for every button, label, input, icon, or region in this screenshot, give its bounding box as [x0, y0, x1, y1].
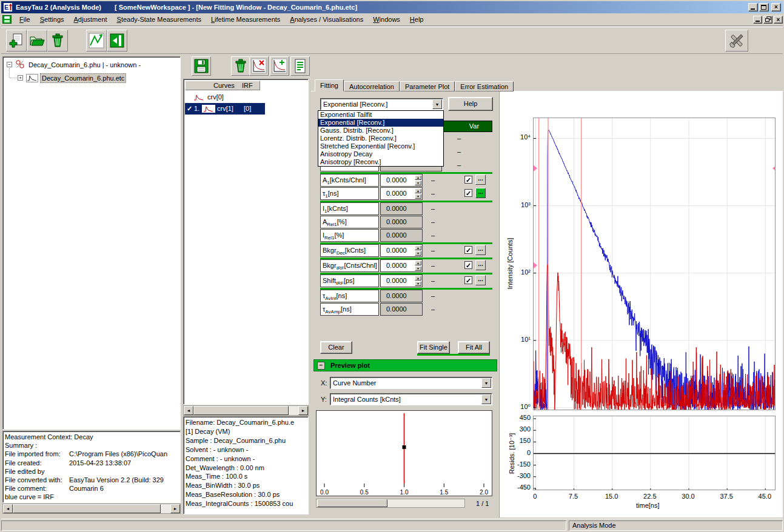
tree-connector [10, 78, 17, 78]
menu-steady-state-measurements[interactable]: Steady-State Measurements [112, 14, 206, 25]
workspace-tree[interactable]: − Decay_Coumarin_6.phu | - unknown - + D… [2, 56, 181, 430]
curve-row-crv[1][interactable]: ✓1.crv[1][0] [185, 103, 265, 115]
close-button[interactable]: × [771, 3, 781, 12]
cursor-handle[interactable] [772, 165, 776, 171]
minimize-button[interactable] [748, 3, 758, 12]
param-vary-checkbox[interactable]: ✓ [464, 246, 472, 254]
preview-y-label: Y: [321, 393, 327, 405]
preview-x-label: X: [321, 377, 327, 389]
menu-analyses-visualisations[interactable]: Analyses / Visualisations [285, 14, 368, 25]
model-option-4[interactable]: Stretched Exponential [Reconv.] [318, 142, 443, 150]
add-curve-button[interactable] [270, 56, 289, 76]
menu-file[interactable]: File [15, 14, 35, 25]
delete-curve-button[interactable] [231, 56, 250, 76]
tree-connector [9, 68, 10, 78]
curves-hscrollbar[interactable]: ◄ ► [183, 405, 309, 416]
maximize-button[interactable] [759, 3, 769, 12]
param-row: ShiftIRF[ps]0.0000▲▼–✓... [320, 274, 492, 288]
decay-plot[interactable] [533, 118, 776, 410]
tree-expand-toggle[interactable]: + [18, 75, 23, 81]
param-value-input[interactable]: 0.0000▲▼ [380, 174, 423, 187]
fit-all-button[interactable]: Fit All [458, 341, 490, 354]
delete-button[interactable] [47, 30, 68, 52]
param-vary-checkbox[interactable]: ✓ [464, 176, 472, 184]
report-button[interactable] [290, 56, 310, 76]
scroll-left-arrow[interactable]: ◄ [184, 406, 193, 415]
tab-autocorrelation[interactable]: Autocorrelation [344, 81, 400, 91]
fit-model-combobox[interactable]: Exponential [Reconv.] ▼ [320, 98, 443, 110]
scroll-thumb[interactable] [193, 406, 289, 415]
mdi-close-button[interactable]: × [774, 16, 783, 24]
preview-hscrollbar[interactable] [316, 499, 465, 508]
scroll-left-arrow[interactable]: ◄ [3, 504, 13, 513]
chevron-down-icon[interactable]: ▼ [481, 378, 491, 388]
param-vary-checkbox[interactable]: ✓ [464, 189, 472, 197]
model-option-3[interactable]: Lorentz. Distrib. [Reconv.] [318, 135, 443, 142]
model-option-1[interactable]: Exponential [Reconv.] [318, 119, 443, 127]
param-label: τAvInt[ns] [320, 290, 379, 302]
remove-curve-button[interactable] [249, 56, 269, 76]
menu-lifetime-measurements[interactable]: Lifetime Measurements [206, 14, 285, 25]
param-value-input[interactable]: 0.0000▲▼ [380, 259, 423, 272]
value-spinner[interactable]: ▲▼ [415, 276, 421, 286]
clear-button[interactable]: Clear [320, 341, 352, 354]
param-value-input[interactable]: 0.0000▲▼ [380, 274, 423, 287]
menu-help[interactable]: Help [405, 14, 429, 25]
scroll-thumb[interactable] [13, 504, 161, 513]
param-options-button[interactable]: ... [475, 175, 486, 185]
tree-root-label[interactable]: Decay_Coumarin_6.phu | - unknown - [27, 61, 142, 69]
param-label: BkgrIRF[Cnts/Chnl] [320, 259, 379, 272]
curve-row-crv[0][interactable]: crv[0] [185, 91, 306, 103]
value-spinner[interactable]: ▲▼ [415, 261, 421, 271]
param-link-dash: – [424, 259, 441, 272]
save-curve-button[interactable] [192, 56, 211, 76]
value-spinner[interactable]: ▲▼ [415, 175, 421, 185]
param-options-button[interactable]: ... [475, 245, 486, 255]
model-option-5[interactable]: Anisotropy Decay [318, 150, 443, 158]
chevron-down-icon[interactable]: ▼ [432, 99, 442, 109]
scroll-right-arrow[interactable]: ► [298, 406, 308, 415]
model-option-6[interactable]: Anisotropy [Reconv.] [318, 158, 443, 166]
param-value-input[interactable]: 0.0000▲▼ [380, 244, 423, 257]
mode-switch-button[interactable] [107, 30, 127, 52]
value-spinner[interactable]: ▲▼ [415, 245, 421, 256]
model-option-0[interactable]: Exponential Tailfit [318, 111, 443, 119]
tools-button[interactable] [725, 30, 748, 52]
mdi-minimize-button[interactable] [753, 16, 762, 24]
tree-child-label[interactable]: Decay_Coumarin_6.phu.etc [40, 73, 126, 83]
fit-model-dropdown-list[interactable]: Exponential TailfitExponential [Reconv.]… [318, 110, 444, 167]
tab-fitting[interactable]: Fitting [315, 79, 344, 91]
chevron-down-icon[interactable]: ▼ [481, 394, 491, 404]
preview-plot-title: Preview plot [330, 362, 370, 369]
tab-error-estimation[interactable]: Error Estimation [455, 81, 514, 91]
param-options-button[interactable]: ... [475, 260, 486, 270]
fit-single-button[interactable]: Fit Single [417, 341, 450, 354]
tab-parameter-plot[interactable]: Parameter Plot [400, 81, 455, 91]
preview-x-combobox[interactable]: Curve Number ▼ [330, 377, 492, 389]
menu-settings[interactable]: Settings [35, 14, 69, 25]
param-vary-checkbox[interactable]: ✓ [464, 276, 472, 284]
preview-y-combobox[interactable]: Integral Counts [kCnts] ▼ [330, 393, 492, 405]
preview-plot[interactable]: 0.00.51.01.52.0 [316, 410, 492, 496]
param-value-input[interactable]: 0.0000▲▼ [380, 187, 423, 200]
analysis-button[interactable] [86, 30, 107, 52]
menu-adjustment[interactable]: Adjustment [69, 14, 112, 25]
menu-windows[interactable]: Windows [368, 14, 405, 25]
scroll-right-arrow[interactable]: ► [170, 504, 180, 513]
context-info-line: blue curve = IRF [3, 493, 180, 501]
param-options-button[interactable]: ... [475, 275, 486, 285]
preview-data-marker[interactable] [403, 445, 406, 449]
value-spinner[interactable]: ▲▼ [415, 188, 421, 199]
mdi-child-icon[interactable] [2, 15, 12, 24]
new-workspace-button[interactable] [6, 30, 27, 52]
param-vary-checkbox[interactable]: ✓ [464, 261, 472, 269]
param-options-button[interactable]: ... [475, 188, 486, 198]
mdi-restore-button[interactable] [763, 16, 772, 24]
scroll-thumb[interactable] [317, 499, 387, 507]
tree-collapse-toggle[interactable]: − [7, 62, 12, 67]
model-option-2[interactable]: Gauss. Distrib. [Reconv.] [318, 127, 443, 135]
left-panel-hscrollbar[interactable]: ◄ ► [2, 504, 181, 514]
open-button[interactable] [27, 30, 47, 52]
help-button[interactable]: Help [448, 97, 493, 111]
collapse-section-button[interactable]: − [317, 362, 325, 370]
